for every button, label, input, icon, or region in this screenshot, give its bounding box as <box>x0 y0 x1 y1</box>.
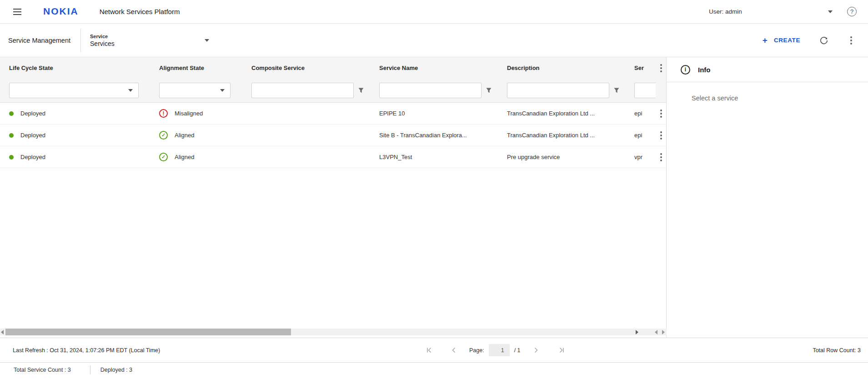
view-selector-dropdown[interactable]: Service Services <box>90 34 209 47</box>
column-header-service-name[interactable]: Service Name <box>379 65 507 71</box>
ser-value: vpr <box>634 154 656 160</box>
plus-icon: + <box>763 36 768 45</box>
column-header-composite-service[interactable]: Composite Service <box>251 65 379 71</box>
column-header-alignment-state[interactable]: Alignment State <box>159 65 251 71</box>
total-service-count: Total Service Count : 3 <box>14 367 71 373</box>
filter-funnel-icon[interactable] <box>486 87 492 94</box>
life-cycle-state-value: Deployed <box>20 110 45 117</box>
refresh-button[interactable] <box>819 36 828 45</box>
info-panel-placeholder: Select a service <box>667 82 868 102</box>
deployed-status-dot-icon <box>9 133 14 138</box>
table-row[interactable]: Deployed ! ✓ Aligned Site B - TransCanad… <box>0 125 666 146</box>
filter-description-input[interactable] <box>507 83 609 98</box>
aligned-icon: ✓ <box>159 153 168 161</box>
previous-page-button[interactable] <box>451 347 457 354</box>
chevron-down-icon <box>828 10 833 13</box>
ser-value: epi <box>634 110 656 117</box>
filter-funnel-icon[interactable] <box>613 87 620 94</box>
user-menu[interactable]: User: admin <box>709 8 833 15</box>
view-selector-label: Service <box>90 34 205 39</box>
deployed-status-dot-icon <box>9 111 14 116</box>
description-value: Pre upgrade service <box>507 154 634 160</box>
scrollbar-thumb[interactable] <box>5 329 291 335</box>
last-page-button[interactable] <box>558 347 565 354</box>
row-actions-icon[interactable] <box>659 130 663 140</box>
life-cycle-state-value: Deployed <box>20 154 45 160</box>
alignment-state-value: Aligned <box>175 154 194 160</box>
table-row[interactable]: Deployed ! ✓ Misaligned EPIPE 10 TransCa… <box>0 103 666 125</box>
hamburger-menu-icon[interactable] <box>13 9 21 15</box>
aligned-icon: ✓ <box>159 131 168 140</box>
main-content: Life Cycle State Alignment State Composi… <box>0 57 868 338</box>
chevron-down-icon <box>205 39 209 42</box>
footer-divider <box>90 365 90 374</box>
description-value: TransCanadian Exploration Ltd ... <box>507 110 634 117</box>
info-panel: i Info Select a service <box>667 57 868 338</box>
last-refresh-text: Last Refresh : Oct 31, 2024, 1:07:26 PM … <box>0 347 160 354</box>
table-filter-row <box>0 79 666 103</box>
info-panel-header: i Info <box>667 57 868 82</box>
misaligned-icon: ! <box>159 109 168 118</box>
deployed-status-dot-icon <box>9 155 14 160</box>
scroll-step-right-icon[interactable] <box>662 330 665 334</box>
scroll-right-icon[interactable] <box>636 330 638 334</box>
service-name-value: L3VPN_Test <box>379 154 507 160</box>
description-value: TransCanadian Exploration Ltd ... <box>507 132 634 139</box>
help-icon[interactable]: ? <box>847 7 857 16</box>
info-icon: i <box>681 65 690 75</box>
view-selector-value: Services <box>90 40 205 47</box>
section-title: Service Management <box>8 37 70 44</box>
horizontal-scrollbar[interactable] <box>0 329 667 335</box>
info-panel-title: Info <box>698 66 711 74</box>
nokia-logo: NOKIA <box>43 6 79 16</box>
column-header-description[interactable]: Description <box>507 65 634 71</box>
alignment-state-value: Misaligned <box>175 110 203 117</box>
row-actions-icon[interactable] <box>659 109 663 119</box>
table-header-row: Life Cycle State Alignment State Composi… <box>0 57 666 79</box>
scroll-step-left-icon[interactable] <box>655 330 657 334</box>
column-options-icon[interactable] <box>659 63 663 73</box>
create-button-label: CREATE <box>774 37 800 44</box>
pagination: Page: 1 / 1 <box>426 338 565 362</box>
toolbar-divider <box>80 29 81 52</box>
total-row-count: Total Row Count: 3 <box>813 347 868 354</box>
filter-ser-input[interactable] <box>634 83 656 98</box>
footer-summary-bar: Total Service Count : 3 Deployed : 3 <box>0 363 868 377</box>
life-cycle-state-value: Deployed <box>20 132 45 139</box>
filter-composite-service-input[interactable] <box>251 83 354 98</box>
next-page-button[interactable] <box>532 347 539 354</box>
user-menu-label: User: admin <box>709 8 742 15</box>
top-app-bar: NOKIA Network Services Platform User: ad… <box>0 0 868 24</box>
first-page-button[interactable] <box>426 347 432 354</box>
page-label: Page: <box>469 347 484 354</box>
app-title: Network Services Platform <box>100 8 180 15</box>
page-number-input[interactable]: 1 <box>489 344 510 356</box>
create-button[interactable]: + CREATE <box>763 36 800 45</box>
filter-funnel-icon[interactable] <box>358 87 364 94</box>
service-name-value: EPIPE 10 <box>379 110 507 117</box>
chevron-down-icon <box>128 89 133 92</box>
status-bar: Last Refresh : Oct 31, 2024, 1:07:26 PM … <box>0 338 868 363</box>
service-name-value: Site B - TransCanadian Explora... <box>379 132 507 139</box>
ser-value: epi <box>634 132 656 139</box>
chevron-down-icon <box>220 89 225 92</box>
filter-alignment-state[interactable] <box>159 83 231 98</box>
refresh-icon <box>819 36 828 45</box>
services-table: Life Cycle State Alignment State Composi… <box>0 57 667 338</box>
filter-life-cycle-state[interactable] <box>9 83 139 98</box>
page-toolbar: Service Management Service Services + CR… <box>0 24 868 57</box>
alignment-state-value: Aligned <box>175 132 194 139</box>
column-header-life-cycle-state[interactable]: Life Cycle State <box>0 65 159 71</box>
column-header-ser[interactable]: Ser <box>634 65 656 71</box>
table-row[interactable]: Deployed ! ✓ Aligned L3VPN_Test Pre upgr… <box>0 146 666 168</box>
scroll-left-icon[interactable] <box>1 330 4 334</box>
row-actions-icon[interactable] <box>659 152 663 162</box>
filter-service-name-input[interactable] <box>379 83 482 98</box>
toolbar-more-options-icon[interactable] <box>849 35 853 45</box>
deployed-count: Deployed : 3 <box>100 367 132 373</box>
table-empty-area <box>0 168 666 329</box>
page-total: / 1 <box>514 347 521 354</box>
